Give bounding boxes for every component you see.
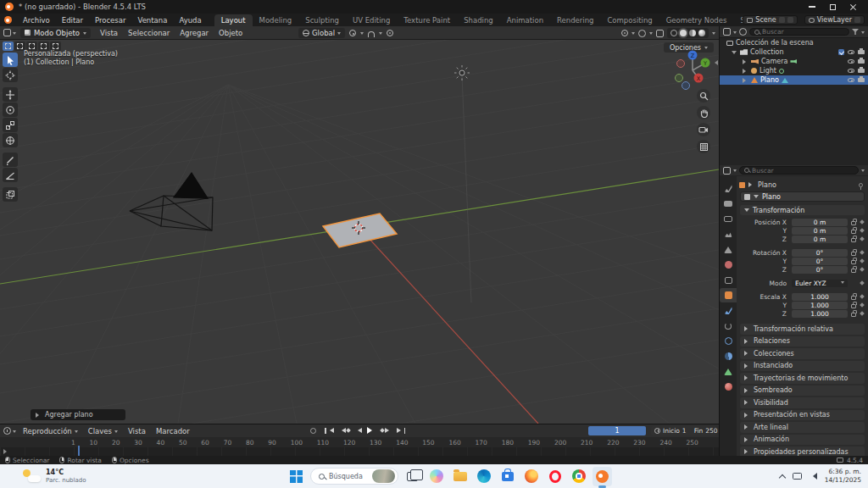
tab-scene[interactable]: [720, 242, 737, 257]
value-field[interactable]: 1.000: [792, 310, 848, 318]
play-reverse-button[interactable]: [354, 427, 363, 434]
value-field[interactable]: 1.000: [792, 302, 848, 309]
rotate-tool-button[interactable]: [3, 103, 18, 117]
select-tool-button[interactable]: [3, 53, 18, 67]
eye-icon[interactable]: [848, 50, 854, 54]
tab-render[interactable]: [720, 197, 737, 211]
move-tool-button[interactable]: [3, 87, 18, 102]
menu-item[interactable]: Procesar: [89, 15, 132, 25]
timeline-menu-item[interactable]: Reproducción: [18, 426, 83, 436]
workspace-tab[interactable]: Geometry Nodes: [659, 14, 734, 27]
timeline-menu-item[interactable]: Marcador: [151, 426, 195, 436]
viewport-menu-item[interactable]: Agregar: [175, 28, 214, 38]
lock-icon[interactable]: [851, 252, 856, 256]
frame-tick[interactable]: 1: [71, 439, 75, 446]
animate-diamond-icon[interactable]: [860, 294, 865, 299]
plane-object[interactable]: [323, 214, 397, 247]
frame-tick[interactable]: 220: [607, 439, 619, 446]
animate-diamond-icon[interactable]: [860, 236, 865, 241]
scale-tool-button[interactable]: [3, 118, 18, 132]
outliner-search[interactable]: Buscar: [749, 28, 849, 36]
overlays-toggle-icon[interactable]: [638, 30, 646, 37]
frame-tick[interactable]: 250: [687, 439, 698, 446]
value-field[interactable]: 0°: [792, 258, 848, 265]
editor-type-icon[interactable]: [3, 29, 11, 36]
tab-material[interactable]: [720, 380, 737, 394]
new-viewlayer-button[interactable]: [854, 17, 860, 23]
pin-icon[interactable]: [859, 183, 863, 187]
viewport-menu-item[interactable]: Objeto: [214, 28, 248, 38]
annotate-tool-button[interactable]: [3, 152, 18, 167]
jump-to-start-button[interactable]: [324, 427, 335, 435]
tab-constraints[interactable]: [720, 349, 737, 363]
store-button[interactable]: [498, 467, 517, 486]
proportional-editing-icon[interactable]: [387, 30, 393, 36]
tray-expand-icon[interactable]: [779, 474, 786, 480]
tab-tool[interactable]: [720, 181, 737, 196]
animate-diamond-icon[interactable]: [860, 219, 865, 225]
frame-tick[interactable]: 60: [201, 439, 209, 446]
value-field[interactable]: 0°: [792, 266, 848, 274]
lock-icon[interactable]: [851, 221, 856, 225]
disclosure-icon[interactable]: [742, 78, 748, 83]
tab-object-data[interactable]: [720, 364, 737, 379]
tab-collection[interactable]: [720, 273, 737, 287]
taskbar-clock[interactable]: 6:36 p. m. 14/11/2025: [825, 468, 861, 485]
pivot-point-icon[interactable]: [349, 30, 356, 36]
frame-tick[interactable]: 100: [291, 439, 303, 446]
panel-header[interactable]: Relaciones: [740, 336, 865, 347]
copilot-button[interactable]: [426, 467, 446, 486]
workspace-tab[interactable]: Shading: [457, 14, 500, 27]
checkbox-icon[interactable]: [838, 49, 844, 55]
camera-view-button[interactable]: [697, 123, 710, 136]
value-field[interactable]: 0 m: [792, 219, 848, 226]
workspace-tab[interactable]: Layout: [214, 14, 253, 27]
animate-diamond-icon[interactable]: [860, 258, 865, 263]
next-keyframe-button[interactable]: [380, 427, 392, 434]
scene-selector[interactable]: Scene: [743, 15, 797, 25]
frame-tick[interactable]: 210: [581, 439, 593, 446]
snap-magnet-icon[interactable]: [368, 31, 375, 37]
lock-icon[interactable]: [851, 304, 856, 308]
operator-panel[interactable]: Agregar plano: [31, 409, 125, 420]
lock-icon[interactable]: [851, 296, 856, 300]
frame-tick[interactable]: 180: [502, 439, 514, 446]
outliner-row[interactable]: Plano: [720, 75, 868, 85]
zoom-view-button[interactable]: [697, 89, 710, 103]
workspace-tab[interactable]: Sculpting: [298, 14, 346, 27]
maximize-button[interactable]: [822, 0, 843, 14]
display-tray-icon[interactable]: [793, 473, 802, 480]
navigation-gizmo[interactable]: Z Y X: [671, 47, 714, 91]
panel-header[interactable]: Propiedades personalizadas: [740, 446, 865, 456]
outliner-row[interactable]: Camera: [720, 57, 868, 66]
menu-item[interactable]: Ventana: [131, 15, 173, 25]
workspace-tab[interactable]: Compositing: [600, 14, 659, 27]
transform-orientation-dropdown[interactable]: Global: [298, 28, 345, 38]
outliner-row[interactable]: Collection: [720, 47, 868, 57]
viewport-3d[interactable]: Opciones Personalizada (perspectiva: [0, 40, 719, 424]
object-name-field[interactable]: Plano: [740, 191, 865, 202]
editor-type-icon[interactable]: [723, 167, 731, 175]
frame-tick[interactable]: 30: [134, 439, 142, 446]
camera-visibility-icon[interactable]: [858, 69, 865, 74]
disclosure-icon[interactable]: [742, 69, 748, 74]
panel-header[interactable]: Presentación en vistas: [740, 410, 865, 421]
viewport-menu-item[interactable]: Seleccionar: [123, 28, 175, 38]
frame-tick[interactable]: 140: [396, 439, 408, 446]
eye-icon[interactable]: [848, 59, 854, 64]
task-view-button[interactable]: [403, 467, 422, 486]
firefox-button[interactable]: [521, 467, 541, 486]
panel-header[interactable]: Sombreado: [740, 385, 865, 396]
previous-keyframe-button[interactable]: [338, 427, 351, 434]
panel-header[interactable]: Trayectorias de movimiento: [740, 373, 865, 384]
value-field[interactable]: 0°: [792, 249, 848, 257]
measure-tool-button[interactable]: [3, 168, 18, 182]
frame-tick[interactable]: 50: [179, 439, 187, 446]
frame-tick[interactable]: 40: [157, 439, 165, 446]
value-field[interactable]: 0 m: [792, 236, 848, 243]
channel-expand-icon[interactable]: [3, 449, 9, 454]
animate-diamond-icon[interactable]: [860, 267, 865, 272]
value-field[interactable]: Euler XYZ: [792, 280, 848, 287]
animate-diamond-icon[interactable]: [860, 250, 865, 255]
lock-icon[interactable]: [851, 238, 856, 242]
